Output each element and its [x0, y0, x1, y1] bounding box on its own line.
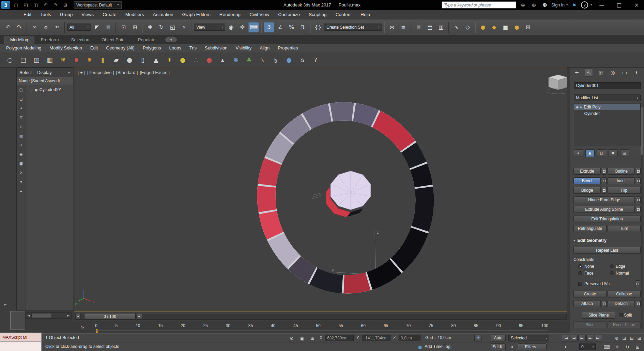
menu-views[interactable]: Views	[77, 12, 98, 17]
turn-button[interactable]: Turn	[608, 225, 641, 232]
maximize-viewport-toggle-icon[interactable]: ⊞	[634, 343, 641, 350]
align-icon[interactable]: ≡	[398, 22, 409, 32]
sphere-icon[interactable]: ●	[124, 54, 135, 66]
expand-panel-arrow-icon[interactable]: ►	[4, 302, 7, 307]
detach-settings-button[interactable]	[636, 300, 641, 307]
previous-frame-button[interactable]: ◄	[75, 313, 81, 320]
help-icon[interactable]: ?	[581, 1, 588, 9]
undo-quick-icon[interactable]: ↶	[41, 1, 50, 9]
retriangulate-button[interactable]: Retriangulate	[573, 225, 607, 232]
command-panel-scrollbar[interactable]	[641, 106, 643, 329]
radio-none[interactable]	[578, 264, 582, 268]
explorer-overflow-icon[interactable]: »	[67, 70, 70, 75]
ribbon-panel-polygons[interactable]: Polygons	[139, 45, 164, 50]
red-gears-icon[interactable]: ✹	[71, 54, 82, 66]
menu-graph-editors[interactable]: Graph Editors	[178, 12, 215, 17]
zoom-icon[interactable]: ⊕	[613, 335, 620, 341]
repeat-last-button[interactable]: Repeat Last	[573, 247, 641, 254]
cylinder-icon[interactable]: ▯	[137, 54, 149, 66]
named-selection-set-dropdown[interactable]: Create Selection Set ▾	[324, 24, 382, 31]
menu-content[interactable]: Content	[331, 12, 356, 17]
project-folder-icon[interactable]: ⊞	[61, 1, 70, 9]
menu-customize[interactable]: Customize	[274, 12, 304, 17]
ribbon-panel-tris[interactable]: Tris	[186, 45, 200, 50]
constraint-none-option[interactable]: None	[573, 264, 605, 269]
toggle-layer-explorer-icon[interactable]: ▥	[436, 22, 446, 32]
edit-geometry-rollout-header[interactable]: ▾ Edit Geometry	[573, 238, 641, 243]
reference-coordinate-dropdown[interactable]: View ▾	[194, 24, 225, 31]
zoom-extents-icon[interactable]: ⊡	[621, 335, 628, 341]
maxscript-mini-listener[interactable]: MAXScript Mi	[0, 333, 42, 351]
ribbon-panel-polygon-modeling[interactable]: Polygon Modeling	[3, 45, 45, 50]
menu-create[interactable]: Create	[98, 12, 121, 17]
bind-to-spacewarp-icon[interactable]: ≈	[52, 22, 62, 32]
mirror-icon[interactable]: ⋈	[387, 22, 397, 32]
attach-button[interactable]: Attach	[573, 300, 601, 307]
angle-snap-icon[interactable]: ∠	[275, 22, 286, 32]
ribbon-tab-freeform[interactable]: Freeform	[35, 36, 65, 44]
menu-scripting[interactable]: Scripting	[304, 12, 331, 17]
layer-manager-icon[interactable]: ≣	[413, 22, 424, 32]
dots-icon[interactable]: ∴	[190, 54, 202, 66]
previous-frame-playback-button[interactable]: ◄	[570, 335, 578, 341]
cone-icon[interactable]: ▲	[150, 54, 162, 66]
filter-lights-icon[interactable]: ✦	[18, 105, 24, 111]
building-icon[interactable]: ⌂	[296, 54, 308, 66]
vertex-circle-icon[interactable]: ○	[4, 54, 16, 66]
explorer-h-scrollbar[interactable]: ◄ ►	[26, 312, 72, 319]
rope-icon[interactable]: ∿	[257, 54, 268, 66]
tab-modify-icon[interactable]: ∿	[585, 69, 593, 77]
orange-gears-icon[interactable]: ✸	[84, 54, 95, 66]
ribbon-panel-properties[interactable]: Properties	[274, 45, 301, 50]
tab-hierarchy-icon[interactable]: ⊞	[597, 69, 605, 77]
outline-button[interactable]: Outline	[608, 168, 635, 175]
ribbon-panel-subdivision[interactable]: Subdivision	[201, 45, 231, 50]
constraint-face-option[interactable]: Face	[573, 271, 605, 276]
table-icon[interactable]: ▥	[44, 54, 56, 66]
current-frame-field[interactable]: 0 ▴▾	[579, 343, 596, 350]
extrude-button[interactable]: Extrude	[573, 168, 601, 175]
rendered-frame-window-icon[interactable]: ▣	[500, 22, 511, 32]
modifier-list-dropdown[interactable]: Modifier List ▾	[574, 94, 641, 101]
configure-modifier-sets-icon[interactable]: ≣	[620, 149, 629, 157]
percent-snap-icon[interactable]: %	[286, 22, 297, 32]
chevron-down-icon[interactable]: ▾	[591, 3, 592, 6]
key-selection-dropdown[interactable]: Selected▾	[508, 335, 549, 341]
ribbon-panel-edit[interactable]: Edit	[87, 45, 101, 50]
scroll-right-icon[interactable]: ►	[66, 314, 71, 317]
use-pivot-center-icon[interactable]: ◉	[226, 22, 236, 32]
select-and-place-icon[interactable]: ⌖	[179, 22, 189, 32]
hinge-from-edge-button[interactable]: Hinge From Edge	[573, 196, 635, 203]
workspace-selector[interactable]: Workspace: Default ▾	[74, 1, 122, 9]
key-mode-toggle-icon[interactable]: ✦	[562, 343, 569, 350]
maximize-viewport-icon[interactable]: ⊞	[636, 335, 643, 341]
select-by-name-icon[interactable]: ≣	[103, 22, 113, 32]
render-setup-icon[interactable]: ◆	[489, 22, 500, 32]
detach-button[interactable]: Detach	[608, 300, 635, 307]
preserve-uvs-settings-button[interactable]	[635, 280, 640, 287]
tab-display-icon[interactable]: ▭	[620, 69, 629, 77]
go-to-end-button[interactable]: ►|	[595, 335, 602, 341]
yellow-sphere-icon[interactable]: ●	[177, 54, 188, 66]
select-and-rotate-icon[interactable]: ↻	[156, 22, 167, 32]
attach-settings-button[interactable]	[602, 300, 607, 307]
menu-help[interactable]: Help	[356, 12, 374, 17]
constraint-edge-option[interactable]: Edge	[605, 264, 636, 269]
redo-icon[interactable]: ↷	[14, 22, 25, 32]
tab-motion-icon[interactable]: ◎	[609, 69, 617, 77]
new-scene-icon[interactable]: ▢	[12, 1, 20, 9]
edit-named-selection-sets-icon[interactable]: {}	[313, 22, 323, 32]
tab-utilities-icon[interactable]: ✶	[632, 69, 641, 77]
set-key-button[interactable]: Set K.	[491, 343, 506, 350]
visibility-eye-icon[interactable]: ◉	[576, 105, 579, 109]
filter-spacewarps-icon[interactable]: ▦	[18, 133, 24, 139]
viewport-menu-pov[interactable]: [Perspective ]	[87, 70, 114, 75]
pyramid-icon[interactable]: ▴	[217, 54, 228, 66]
selection-lock-icon[interactable]: ▣	[298, 335, 306, 341]
filter-cameras-icon[interactable]: ▽	[18, 115, 24, 120]
blue-sphere-icon[interactable]: ●	[283, 54, 295, 66]
blue-gear-icon[interactable]: ✺	[230, 54, 242, 66]
viewcube[interactable]	[547, 75, 567, 94]
select-and-manipulate-icon[interactable]: ✜	[237, 22, 248, 32]
spinner-snap-icon[interactable]: ⇅	[297, 22, 308, 32]
